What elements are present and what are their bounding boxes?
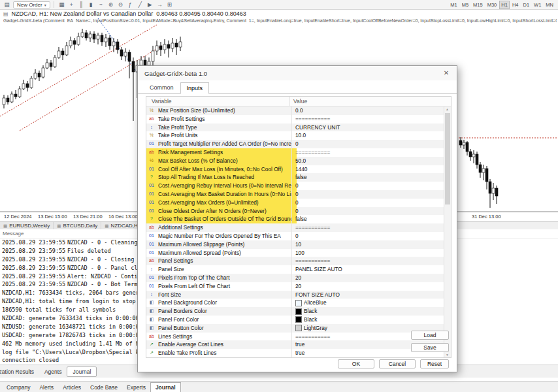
input-row[interactable]: 01Magic Number For The Orders Opened By … <box>146 232 451 240</box>
input-row[interactable]: 01Pixels From Left Of The Chart20 <box>146 282 451 291</box>
toolbox-tab-company[interactable]: Company <box>2 383 35 392</box>
input-row[interactable]: ↕Font SizeFONT SIZE AUTO <box>146 291 451 299</box>
close-icon[interactable]: ✕ <box>436 66 457 80</box>
input-value[interactable]: 20 <box>292 274 451 282</box>
new-chart-icon[interactable]: ▦ <box>57 1 66 9</box>
input-row[interactable]: 01Pixels From Top Of The Chart20 <box>146 274 451 282</box>
chart-shift-icon[interactable]: → <box>156 1 164 9</box>
input-row[interactable]: abTake Profit Settings=========== <box>146 115 451 123</box>
input-value[interactable]: =========== <box>292 115 451 123</box>
scrollbar-thumb[interactable] <box>445 113 450 204</box>
input-value[interactable]: 10 <box>292 240 451 249</box>
tab-inputs[interactable]: Inputs <box>180 82 210 94</box>
input-value[interactable]: 10.0 <box>292 131 451 140</box>
toolbox-tab-journal[interactable]: Journal <box>150 382 181 392</box>
column-header-variable[interactable]: Variable <box>146 97 290 106</box>
timeframe-m5[interactable]: M5 <box>460 1 470 9</box>
timeframe-m1[interactable]: M1 <box>448 1 459 9</box>
zoom-out-icon[interactable]: ⊖ <box>116 1 125 9</box>
timeframe-h1[interactable]: H1 <box>499 1 510 9</box>
toolbox-tab-experts[interactable]: Experts <box>122 383 150 392</box>
input-value[interactable]: 0 <box>292 232 451 240</box>
input-value[interactable]: FONT SIZE AUTO <box>292 291 451 299</box>
input-value[interactable]: =========== <box>292 148 451 157</box>
input-value[interactable]: =========== <box>292 223 451 232</box>
crosshair-icon[interactable]: + <box>67 1 76 9</box>
reset-button[interactable]: Reset <box>420 359 449 368</box>
input-row[interactable]: 01Cost Averaging Max Orders (0=Unlimited… <box>146 199 451 207</box>
tester-tab-agents[interactable]: Agents <box>39 367 67 376</box>
timeframe-mn[interactable]: MN <box>544 1 555 9</box>
input-row[interactable]: ◧Panel Borders ColorBlack <box>146 307 451 316</box>
column-header-value[interactable]: Value <box>290 97 451 106</box>
ok-button[interactable]: OK <box>338 359 374 368</box>
scroll-up-icon[interactable]: ▲ <box>444 107 450 111</box>
input-row[interactable]: ↗Enable Take Profit Linestrue <box>146 349 451 357</box>
input-row[interactable]: ?Stop All Trading If Max Loss Is Reached… <box>146 173 451 182</box>
timeframe-m30[interactable]: M30 <box>485 1 499 9</box>
input-row[interactable]: ↕Take Profit TypeCURRENCY UNIT <box>146 123 451 132</box>
input-value[interactable]: 1440 <box>292 165 451 174</box>
input-row[interactable]: abRisk Management Settings=========== <box>146 148 451 157</box>
tester-tab-optimization-results[interactable]: Optimization Results <box>0 367 39 376</box>
load-button[interactable]: Load <box>411 331 449 340</box>
toolbox-tab-alerts[interactable]: Alerts <box>35 383 58 392</box>
input-value[interactable]: 20 <box>292 282 451 291</box>
input-value[interactable]: =========== <box>292 257 451 265</box>
input-value[interactable]: 0 <box>292 182 451 190</box>
input-row[interactable]: ½Max Basket Loss (% Of Balance)50.0 <box>146 157 451 165</box>
input-value[interactable]: CURRENCY UNIT <box>292 123 451 132</box>
input-value[interactable]: AliceBlue <box>292 299 451 307</box>
input-row[interactable]: 01Cost Averaging Max Basket Duration In … <box>146 190 451 199</box>
input-value[interactable]: false <box>292 215 451 223</box>
input-value[interactable]: 0 <box>292 199 451 207</box>
zoom-in-icon[interactable]: ⊕ <box>107 1 115 9</box>
timeframe-w1[interactable]: W1 <box>532 1 543 9</box>
autoscroll-icon[interactable]: ▶ <box>146 1 154 9</box>
draw-line-icon[interactable]: ╱ <box>136 1 144 9</box>
save-button[interactable]: Save <box>411 343 449 352</box>
input-value[interactable]: 50.0 <box>292 157 451 165</box>
line-chart-icon[interactable]: ~ <box>97 1 105 9</box>
input-value[interactable]: 0 <box>292 207 451 216</box>
input-row[interactable]: ½Take Profit Units10.0 <box>146 131 451 140</box>
timeframe-m15[interactable]: M15 <box>471 1 485 9</box>
input-row[interactable]: 01Profit Target Multiplier Per Added CA … <box>146 140 451 148</box>
indicators-icon[interactable]: ƒ <box>126 1 135 9</box>
input-value[interactable]: false <box>292 173 451 182</box>
cancel-button[interactable]: Cancel <box>379 359 416 368</box>
input-value[interactable]: 0 <box>292 140 451 148</box>
input-row[interactable]: abAdditional Settings=========== <box>146 223 451 232</box>
toolbox-tab-code-base[interactable]: Code Base <box>86 383 122 392</box>
input-value[interactable]: PANEL SIZE AUTO <box>292 265 451 274</box>
table-scrollbar[interactable]: ▲ ▼ <box>444 106 451 357</box>
candlestick-chart-icon[interactable]: ▮ <box>87 1 95 9</box>
input-row[interactable]: ?Close The Basket Of Orders Outside Of T… <box>146 215 451 223</box>
input-row[interactable]: ◧Panel Background ColorAliceBlue <box>146 299 451 307</box>
tab-common[interactable]: Common <box>143 82 180 93</box>
input-value[interactable]: 0.0 <box>292 106 451 115</box>
input-row[interactable]: ◧Panel Font ColorBlack <box>146 316 451 324</box>
input-row[interactable]: ↗Enable Average Cost Linestrue <box>146 340 451 349</box>
input-value[interactable]: 100 <box>292 249 451 257</box>
input-row[interactable]: 01Cost Averaging Rebuy Interval Hours (0… <box>146 182 451 190</box>
scroll-down-icon[interactable]: ▼ <box>444 353 450 357</box>
input-value[interactable]: 0 <box>292 190 451 199</box>
input-row[interactable]: ½Max Position Size (0=Unlimited)0.0 <box>146 106 451 115</box>
input-row[interactable]: ◧Panel Button ColorLightGray <box>146 324 451 333</box>
timeframe-h4[interactable]: H4 <box>510 1 521 9</box>
input-row[interactable]: 01Cool Off After Max Loss (In Minutes, 0… <box>146 165 451 174</box>
new-order-button[interactable]: New Order ▾ <box>13 1 50 8</box>
input-value[interactable]: Black <box>292 316 451 324</box>
tester-tab-journal[interactable]: Journal <box>67 367 97 377</box>
input-row[interactable]: abLines Settings=========== <box>146 333 451 341</box>
input-value[interactable]: Black <box>292 307 451 316</box>
new-window-icon[interactable]: ▤ <box>3 1 11 9</box>
timeframe-d1[interactable]: D1 <box>521 1 531 9</box>
tile-windows-icon[interactable]: ⊞ <box>165 1 174 9</box>
bar-chart-icon[interactable]: ║ <box>77 1 86 9</box>
input-row[interactable]: 01Close Oldest Order After N Orders (0=N… <box>146 207 451 216</box>
toolbox-tab-articles[interactable]: Articles <box>58 383 86 392</box>
input-row[interactable]: abPanel Settings=========== <box>146 257 451 265</box>
dialog-titlebar[interactable]: Gadget-GridX-beta 1.0 ✕ <box>138 66 457 80</box>
